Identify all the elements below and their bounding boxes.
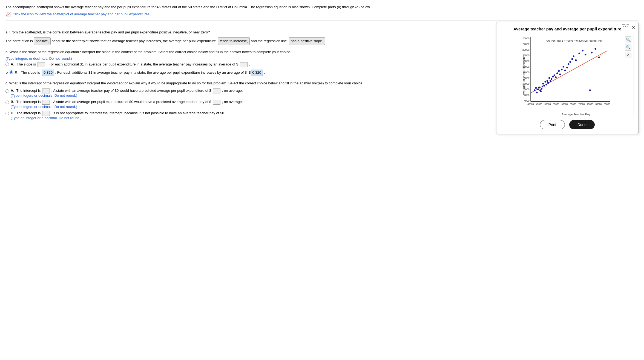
chart-area: 🔍 🔍 ⤢ Average Per Pupil Expenditure 4000… [501,34,634,116]
modal-minimize-button[interactable]: - - - [622,24,629,28]
svg-point-50 [561,69,562,70]
svg-text:22000: 22000 [522,48,530,51]
modal-close-button[interactable]: ✕ [631,24,636,30]
svg-text:75000: 75000 [587,103,593,105]
part-c-a-input1[interactable] [42,88,50,93]
done-button[interactable]: Done [569,120,595,125]
zoom-expand-button[interactable]: ⤢ [625,52,631,58]
svg-point-60 [582,50,583,52]
part-c-radio-c[interactable] [5,112,9,115]
svg-point-54 [568,63,569,65]
answer-end: and the regression line [251,39,287,43]
part-c-a-text3: , on average. [222,88,243,93]
svg-point-30 [538,87,540,88]
part-b-letter-b: B. [15,70,19,75]
svg-text:40000: 40000 [527,103,534,105]
part-b-radio-b[interactable] [10,70,13,74]
zoom-controls: 🔍 🔍 ⤢ [625,36,631,58]
svg-text:85000: 85000 [604,103,610,105]
answer-slope: has a positive slope. [289,37,325,45]
scatterplot-svg: 4000 6000 8000 10000 12000 14000 16000 1… [518,37,631,105]
x-axis-label: Average Teacher Pay [562,113,590,116]
part-c-c-text1: The intercept is [16,111,41,115]
y-axis-label: Average Per Pupil Expenditure [522,55,525,96]
chart-icon: 📈 [5,12,11,17]
answer-prefix: The correlation is [5,39,33,43]
answer-tends: tends to increase, [218,37,250,45]
svg-point-56 [571,58,573,60]
svg-point-27 [535,87,537,89]
part-c-letter-c: C. [11,111,14,115]
answer-middle: because the scatterplot shows that as av… [52,39,216,43]
svg-point-42 [550,80,551,82]
svg-point-38 [546,84,547,85]
svg-text:60000: 60000 [561,103,568,105]
part-c-b-text2: . A state with an average per pupil expe… [51,100,211,104]
modal-buttons: Print Done [501,120,634,125]
svg-point-58 [575,59,577,61]
part-b-radio-a[interactable] [5,62,9,66]
svg-point-28 [536,92,538,93]
svg-point-44 [552,76,554,78]
zoom-out-button[interactable]: 🔍 [625,44,631,51]
part-c-b-input1[interactable] [42,100,50,105]
svg-point-49 [559,73,561,75]
part-b-b-value1: 0.320 [42,70,54,76]
svg-point-36 [543,85,545,87]
svg-point-37 [545,81,546,82]
part-b-a-input1[interactable] [38,62,45,67]
svg-text:24000: 24000 [522,43,530,45]
svg-text:50000: 50000 [544,103,551,105]
scatterplot-link[interactable]: Click the icon to view the scatterplot o… [13,12,151,16]
divider-top [5,21,639,21]
part-c-b-hint: (Type integers or decimals. Do not round… [11,105,77,109]
modal-title: Average teacher pay and average per pupi… [501,27,634,31]
part-c-a-text1: The intercept is [16,88,41,93]
svg-point-62 [589,89,591,91]
svg-point-48 [558,70,560,72]
svg-point-39 [547,80,548,82]
part-c-c-input1[interactable] [42,111,50,116]
part-b-b-value2: 0.320 [251,70,263,76]
print-button[interactable]: Print [540,120,565,125]
svg-text:45000: 45000 [536,103,542,105]
part-c-letter-b: B. [11,100,14,104]
svg-text:26000: 26000 [522,37,530,40]
check-icon-b: ✔ [5,70,9,77]
svg-point-57 [573,55,574,57]
svg-point-35 [542,83,544,84]
part-c-b-text1: The intercept is [16,100,41,104]
part-c-a-hint: (Type integers or decimals. Do not round… [11,93,77,98]
svg-text:4000: 4000 [524,99,530,102]
svg-point-47 [556,72,558,74]
part-b-b-text: The slope is 0.320 . For each additional… [21,70,265,76]
part-c-a-input2[interactable] [213,88,220,93]
svg-point-53 [566,67,568,68]
svg-point-34 [542,86,543,87]
svg-point-40 [547,82,549,84]
zoom-in-button[interactable]: 🔍 [625,36,631,43]
part-b-a-input2[interactable] [240,62,248,67]
svg-point-64 [594,48,596,50]
svg-point-65 [598,56,600,58]
svg-text:70000: 70000 [578,103,585,105]
scatterplot-modal: - - - ✕ Average teacher pay and average … [496,22,639,125]
part-c-a-text2: . A state with an average teacher pay of… [51,88,211,93]
part-c-b-input2[interactable] [213,100,220,105]
svg-text:55000: 55000 [553,103,559,105]
part-c-c-hint: (Type an integer or a decimal. Do not ro… [11,116,82,120]
svg-point-46 [555,76,557,78]
svg-point-61 [585,54,586,55]
svg-text:80000: 80000 [595,103,602,105]
svg-point-26 [534,89,535,91]
intro-text: The accompanying scatterplot shows the a… [5,4,639,10]
svg-point-52 [564,70,566,71]
svg-point-59 [579,53,580,54]
part-c-radio-b[interactable] [5,101,9,104]
svg-text:Avg Per Pupil $ = −5878 + 0.32: Avg Per Pupil $ = −5878 + 0.320 Avg Teac… [546,39,603,42]
part-b-letter-a: A. [11,62,15,67]
svg-point-55 [569,61,571,63]
part-c-letter-a: A. [11,88,14,93]
part-c-radio-a[interactable] [5,89,9,93]
svg-point-32 [540,90,542,92]
